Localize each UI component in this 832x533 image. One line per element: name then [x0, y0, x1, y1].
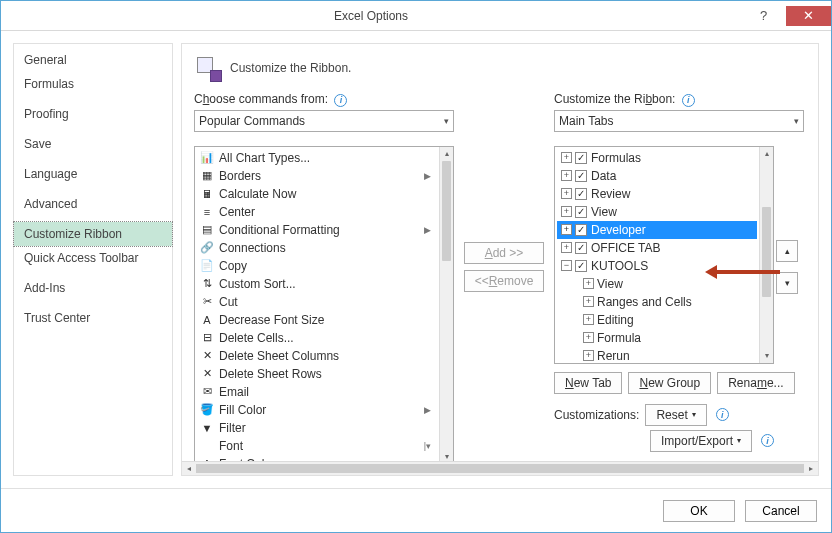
tree-item[interactable]: +View — [557, 275, 757, 293]
expand-icon[interactable]: + — [583, 296, 594, 307]
scroll-down-icon[interactable]: ▾ — [760, 349, 773, 363]
move-down-button[interactable]: ▾ — [776, 272, 798, 294]
scroll-thumb[interactable] — [442, 161, 451, 261]
tree-item[interactable]: +✓Formulas — [557, 149, 757, 167]
tree-item[interactable]: +Editing — [557, 311, 757, 329]
sidebar-item-customize-ribbon[interactable]: Customize Ribbon — [14, 222, 172, 246]
info-icon[interactable]: i — [682, 94, 695, 107]
tree-item[interactable]: +✓Review — [557, 185, 757, 203]
tree-item[interactable]: +Formula — [557, 329, 757, 347]
scroll-up-icon[interactable]: ▴ — [440, 147, 453, 161]
expand-icon[interactable]: + — [583, 278, 594, 289]
expand-icon[interactable]: + — [561, 152, 572, 163]
sidebar-item-add-ins[interactable]: Add-Ins — [14, 276, 172, 300]
checkbox[interactable]: ✓ — [575, 152, 587, 164]
customize-ribbon-dropdown[interactable]: Main Tabs ▾ — [554, 110, 804, 132]
remove-button[interactable]: << Remove — [464, 270, 544, 292]
tree-action-buttons: New Tab New Group Rename... — [554, 372, 806, 394]
scroll-up-icon[interactable]: ▴ — [760, 147, 773, 161]
cancel-button[interactable]: Cancel — [745, 500, 817, 522]
expand-icon[interactable]: + — [561, 206, 572, 217]
new-group-button[interactable]: New Group — [628, 372, 711, 394]
commands-scrollbar[interactable]: ▴ ▾ — [439, 147, 453, 465]
command-item[interactable]: 📄Copy — [197, 257, 437, 275]
command-item[interactable]: 📊All Chart Types... — [197, 149, 437, 167]
expand-icon[interactable]: + — [583, 350, 594, 361]
tree-item[interactable]: +✓Data — [557, 167, 757, 185]
sidebar-item-quick-access-toolbar[interactable]: Quick Access Toolbar — [14, 246, 172, 270]
command-item[interactable]: ADecrease Font Size — [197, 311, 437, 329]
sidebar-item-formulas[interactable]: Formulas — [14, 72, 172, 96]
scroll-thumb[interactable] — [762, 207, 771, 297]
choose-commands-dropdown[interactable]: Popular Commands ▾ — [194, 110, 454, 132]
import-export-button[interactable]: Import/Export▾ — [650, 430, 752, 452]
command-item[interactable]: 🪣Fill Color▶ — [197, 401, 437, 419]
scroll-thumb[interactable] — [196, 464, 804, 473]
checkbox[interactable]: ✓ — [575, 260, 587, 272]
tree-item[interactable]: −✓KUTOOLS — [557, 257, 757, 275]
rename-button[interactable]: Rename... — [717, 372, 794, 394]
ribbon-tree[interactable]: +✓Formulas+✓Data+✓Review+✓View+✓Develope… — [554, 146, 774, 364]
expand-icon[interactable]: + — [583, 332, 594, 343]
expand-icon[interactable]: − — [561, 260, 572, 271]
reset-button[interactable]: Reset▾ — [645, 404, 706, 426]
checkbox[interactable]: ✓ — [575, 206, 587, 218]
tree-item[interactable]: +Rerun — [557, 347, 757, 363]
checkbox[interactable]: ✓ — [575, 188, 587, 200]
expand-icon[interactable]: + — [561, 170, 572, 181]
command-item[interactable]: 🔗Connections — [197, 239, 437, 257]
command-label: Conditional Formatting — [219, 223, 340, 237]
command-label: Fill Color — [219, 403, 266, 417]
command-item[interactable]: ✂Cut — [197, 293, 437, 311]
command-item[interactable]: ✕Delete Sheet Columns — [197, 347, 437, 365]
tree-item[interactable]: +✓View — [557, 203, 757, 221]
tree-scrollbar[interactable]: ▴ ▾ — [759, 147, 773, 363]
checkbox[interactable]: ✓ — [575, 242, 587, 254]
tree-item[interactable]: +✓OFFICE TAB — [557, 239, 757, 257]
command-icon: ▦ — [199, 168, 215, 184]
sidebar-item-language[interactable]: Language — [14, 162, 172, 186]
info-icon[interactable]: i — [761, 434, 774, 447]
sidebar-item-general[interactable]: General — [14, 48, 172, 72]
sidebar-item-save[interactable]: Save — [14, 132, 172, 156]
expand-icon[interactable]: + — [561, 224, 572, 235]
move-up-button[interactable]: ▴ — [776, 240, 798, 262]
checkbox[interactable]: ✓ — [575, 170, 587, 182]
info-icon[interactable]: i — [716, 408, 729, 421]
command-label: Filter — [219, 421, 246, 435]
commands-listbox[interactable]: 📊All Chart Types...▦Borders▶🖩Calculate N… — [194, 146, 454, 466]
tree-item[interactable]: +✓Developer — [557, 221, 757, 239]
command-item[interactable]: 🖩Calculate Now — [197, 185, 437, 203]
command-item[interactable]: ≡Center — [197, 203, 437, 221]
scroll-left-icon[interactable]: ◂ — [182, 462, 196, 475]
expand-icon[interactable]: + — [583, 314, 594, 325]
command-item[interactable]: ✉Email — [197, 383, 437, 401]
tree-item[interactable]: +Ranges and Cells — [557, 293, 757, 311]
new-tab-button[interactable]: New Tab — [554, 372, 622, 394]
scroll-right-icon[interactable]: ▸ — [804, 462, 818, 475]
command-item[interactable]: ▤Conditional Formatting▶ — [197, 221, 437, 239]
command-item[interactable]: ⇅Custom Sort... — [197, 275, 437, 293]
close-button[interactable]: ✕ — [786, 6, 831, 26]
sidebar-item-advanced[interactable]: Advanced — [14, 192, 172, 216]
customize-ribbon-value: Main Tabs — [559, 114, 613, 128]
ok-button[interactable]: OK — [663, 500, 735, 522]
command-item[interactable]: ✕Delete Sheet Rows — [197, 365, 437, 383]
command-item[interactable]: ⊟Delete Cells... — [197, 329, 437, 347]
info-icon[interactable]: i — [334, 94, 347, 107]
sidebar-item-trust-center[interactable]: Trust Center — [14, 306, 172, 330]
command-label: Custom Sort... — [219, 277, 296, 291]
content-horizontal-scrollbar[interactable]: ◂ ▸ — [182, 461, 818, 475]
command-label: Borders — [219, 169, 261, 183]
sidebar-item-proofing[interactable]: Proofing — [14, 102, 172, 126]
command-item[interactable]: Font|▾ — [197, 437, 437, 455]
help-button[interactable]: ? — [741, 6, 786, 26]
content-pane: Customize the Ribbon. Choose commands fr… — [181, 43, 819, 476]
command-item[interactable]: ▦Borders▶ — [197, 167, 437, 185]
add-button[interactable]: Add >> — [464, 242, 544, 264]
command-item[interactable]: ▼Filter — [197, 419, 437, 437]
checkbox[interactable]: ✓ — [575, 224, 587, 236]
expand-icon[interactable]: + — [561, 188, 572, 199]
expand-icon[interactable]: + — [561, 242, 572, 253]
customizations-row: Customizations: Reset▾ i — [554, 404, 806, 426]
